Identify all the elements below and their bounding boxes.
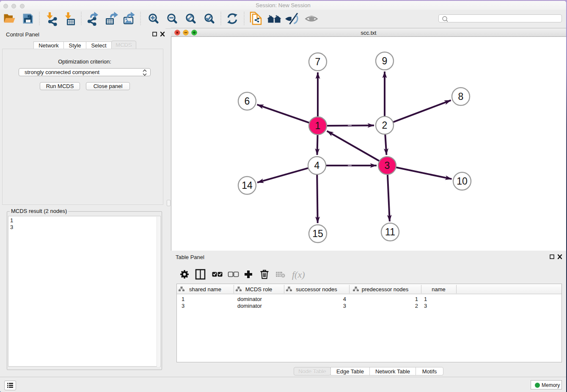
svg-text:9: 9: [382, 55, 388, 66]
svg-text:11: 11: [385, 226, 395, 237]
svg-text:3: 3: [385, 160, 390, 171]
svg-text:7: 7: [315, 56, 321, 67]
svg-text:6: 6: [245, 96, 250, 107]
svg-text:10: 10: [457, 176, 468, 187]
svg-text:8: 8: [458, 91, 464, 102]
svg-text:4: 4: [314, 160, 320, 171]
svg-text:f(x): f(x): [292, 269, 305, 280]
svg-text:15: 15: [312, 228, 323, 239]
svg-text:2: 2: [382, 120, 388, 131]
svg-text:1: 1: [315, 120, 321, 131]
svg-text:14: 14: [242, 180, 253, 191]
